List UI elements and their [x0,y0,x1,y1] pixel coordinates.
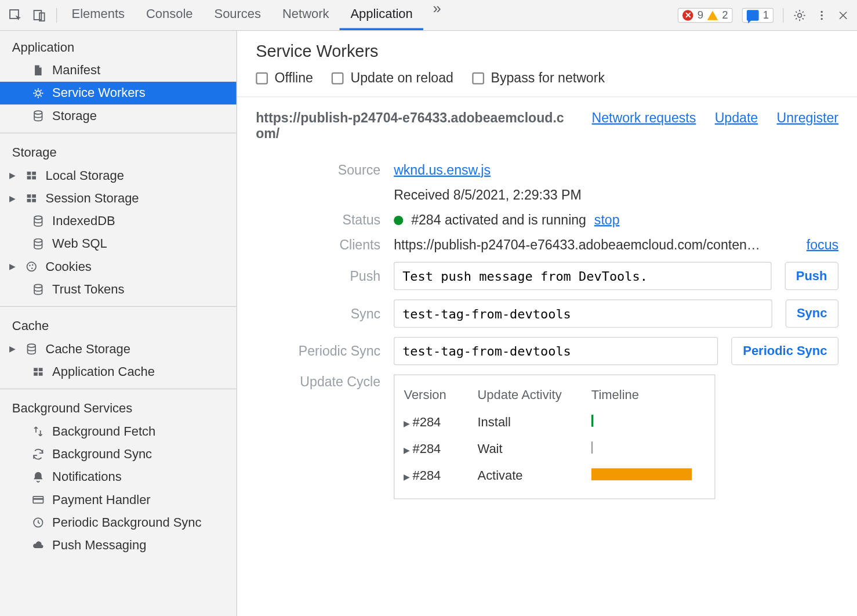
issues-badge[interactable]: 1 [742,8,774,22]
clock-icon [31,515,45,530]
svg-rect-27 [34,372,38,376]
inspect-icon[interactable] [8,8,23,22]
sidebar-label: Service Workers [52,86,146,100]
source-link[interactable]: wknd.us.ensw.js [394,163,491,179]
sidebar-label: IndexedDB [52,213,115,228]
error-warning-badge[interactable]: ✕9 2 [678,8,732,22]
expand-icon: ▶ [9,171,17,180]
section-background-services: Background Services [0,392,237,421]
sidebar-item-payment-handler[interactable]: Payment Handler [0,488,237,511]
sidebar-item-cache-storage[interactable]: ▶Cache Storage [0,338,237,360]
database-icon [24,342,39,356]
sidebar-item-push-messaging[interactable]: Push Messaging [0,534,237,557]
sidebar-label: Session Storage [46,191,139,205]
sidebar-item-cookies[interactable]: ▶Cookies [0,255,237,278]
cycle-row[interactable]: ▶#284 Activate [404,462,705,489]
svg-point-4 [820,10,822,12]
panel-title: Service Workers [256,42,838,61]
sidebar-label: Cookies [46,259,92,274]
svg-point-7 [36,91,41,96]
sidebar-item-background-sync[interactable]: Background Sync [0,443,237,465]
device-toggle-icon[interactable] [32,8,46,22]
error-icon: ✕ [682,10,693,20]
sidebar-item-session-storage[interactable]: ▶Session Storage [0,187,237,209]
origin-url: https://publish-p24704-e76433.adobeaemcl… [256,111,571,142]
update-link[interactable]: Update [715,111,758,126]
tabs-overflow-icon[interactable]: » [423,0,450,30]
svg-rect-1 [34,10,42,20]
periodic-sync-button[interactable]: Periodic Sync [732,337,838,365]
bypass-for-network-checkbox[interactable]: Bypass for network [472,70,605,86]
sidebar-label: Application Cache [52,364,155,379]
clients-label: Clients [256,237,380,253]
update-cycle-table: Version Update Activity Timeline ▶#284 I… [394,375,715,499]
unregister-link[interactable]: Unregister [776,111,838,126]
sidebar-label: Manifest [52,63,100,78]
focus-link[interactable]: focus [807,237,838,253]
svg-point-18 [34,239,42,242]
status-dot-icon [394,215,403,224]
sidebar-item-periodic-background-sync[interactable]: Periodic Background Sync [0,511,237,534]
sidebar-item-indexeddb[interactable]: IndexedDB [0,210,237,233]
sidebar-item-background-fetch[interactable]: Background Fetch [0,420,237,443]
svg-rect-13 [27,194,31,198]
sidebar-item-application-cache[interactable]: Application Cache [0,360,237,383]
warning-icon [707,10,718,20]
svg-point-21 [32,264,34,266]
tab-console[interactable]: Console [136,0,204,30]
database-icon [31,213,45,228]
checkbox-icon [332,72,344,84]
update-on-reload-checkbox[interactable]: Update on reload [332,70,453,86]
sidebar-item-local-storage[interactable]: ▶Local Storage [0,164,237,187]
client-url: https://publish-p24704-e76433.adobeaemcl… [394,237,760,253]
col-timeline: Timeline [591,388,705,403]
sidebar-item-storage[interactable]: Storage [0,104,237,127]
periodic-sync-input[interactable] [394,337,718,365]
tab-elements[interactable]: Elements [61,0,135,30]
svg-point-6 [820,17,822,19]
section-application: Application [0,31,237,59]
network-requests-link[interactable]: Network requests [592,111,696,126]
sidebar-label: Web SQL [52,237,107,251]
periodic-sync-label: Periodic Sync [256,343,380,359]
sidebar-item-notifications[interactable]: Notifications [0,466,237,488]
svg-rect-14 [32,194,36,198]
expand-icon: ▶ [9,345,17,354]
sync-label: Sync [256,306,380,321]
close-icon[interactable] [837,9,849,21]
cycle-row[interactable]: ▶#284 Wait [404,436,705,462]
issues-icon [747,10,759,20]
table-icon [24,168,39,183]
cycle-row[interactable]: ▶#284 Install [404,409,705,436]
sidebar-item-service-workers[interactable]: Service Workers [0,82,237,104]
database-icon [31,237,45,251]
sync-button[interactable]: Sync [785,299,838,328]
settings-icon[interactable] [793,8,807,21]
push-button[interactable]: Push [785,262,838,291]
kebab-menu-icon[interactable] [816,9,828,21]
sync-icon [31,447,45,461]
sidebar-label: Background Sync [52,447,152,461]
sidebar-item-trust-tokens[interactable]: Trust Tokens [0,278,237,300]
stop-link[interactable]: stop [594,212,620,228]
sidebar-label: Trust Tokens [52,282,124,296]
status-label: Status [256,212,380,228]
offline-checkbox[interactable]: Offline [256,70,313,86]
fetch-icon [31,424,45,439]
svg-rect-25 [34,368,38,371]
expand-icon: ▶ [404,445,409,455]
expand-icon: ▶ [9,262,17,271]
svg-rect-26 [39,368,43,371]
sidebar-item-websql[interactable]: Web SQL [0,233,237,255]
svg-rect-11 [27,176,31,180]
sidebar-item-manifest[interactable]: Manifest [0,59,237,82]
push-input[interactable] [394,262,771,291]
tab-sources[interactable]: Sources [204,0,271,30]
svg-point-23 [34,284,42,288]
tab-application[interactable]: Application [340,0,423,30]
sync-input[interactable] [394,299,772,328]
gear-icon [31,86,45,100]
tab-network[interactable]: Network [271,0,339,30]
sidebar-label: Storage [52,108,97,123]
sidebar-label: Local Storage [46,168,124,183]
